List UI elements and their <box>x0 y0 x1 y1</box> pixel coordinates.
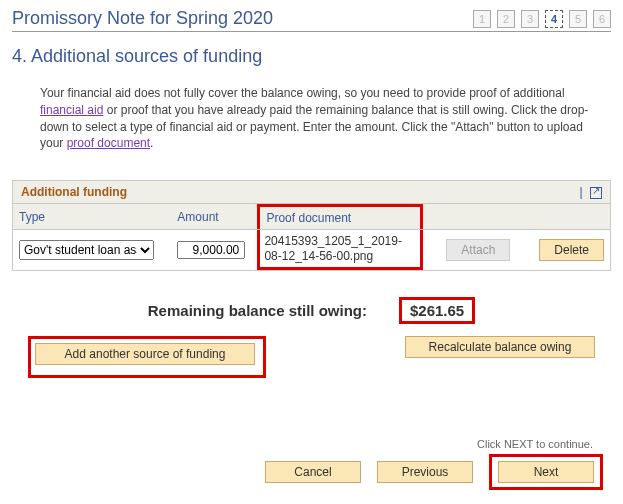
proof-filename: 20415393_1205_1_2019-08-12_14-56-00.png <box>264 234 404 263</box>
amount-input[interactable] <box>177 241 245 259</box>
header: Promissory Note for Spring 2020 1 2 3 4 … <box>12 8 611 32</box>
col-type: Type <box>13 204 171 230</box>
add-funding-button[interactable]: Add another source of funding <box>35 343 255 365</box>
remaining-value: $261.65 <box>399 297 475 324</box>
table-tools[interactable]: | <box>580 185 602 199</box>
table-row: Gov't student loan asses 20415393_1205_1… <box>13 230 610 270</box>
step-5[interactable]: 5 <box>569 10 587 28</box>
nav-row: Cancel Previous Next <box>12 454 611 490</box>
step-2[interactable]: 2 <box>497 10 515 28</box>
table-caption: Additional funding <box>21 185 127 199</box>
step-indicator: 1 2 3 4 5 6 <box>473 10 611 28</box>
step-3[interactable]: 3 <box>521 10 539 28</box>
financial-aid-link[interactable]: financial aid <box>40 103 103 117</box>
step-6[interactable]: 6 <box>593 10 611 28</box>
section-heading: 4. Additional sources of funding <box>12 46 611 67</box>
popout-icon[interactable] <box>590 187 602 199</box>
step-4[interactable]: 4 <box>545 10 563 28</box>
step-1[interactable]: 1 <box>473 10 491 28</box>
intro-text: Your financial aid does not fully cover … <box>40 85 595 152</box>
cancel-button[interactable]: Cancel <box>265 461 361 483</box>
next-button[interactable]: Next <box>498 461 594 483</box>
col-proof: Proof document <box>257 204 423 230</box>
page-title: Promissory Note for Spring 2020 <box>12 8 273 29</box>
attach-button: Attach <box>446 239 510 261</box>
remaining-row: Remaining balance still owing: $261.65 <box>12 297 611 324</box>
previous-button[interactable]: Previous <box>377 461 473 483</box>
delete-button[interactable]: Delete <box>539 239 604 261</box>
action-row: Add another source of funding Recalculat… <box>12 336 611 378</box>
funding-table: Additional funding | Type Amount Proof d… <box>12 180 611 271</box>
remaining-label: Remaining balance still owing: <box>148 302 367 319</box>
recalculate-button[interactable]: Recalculate balance owing <box>405 336 595 358</box>
col-amount: Amount <box>171 204 257 230</box>
proof-document-link[interactable]: proof document <box>67 136 150 150</box>
type-select[interactable]: Gov't student loan asses <box>19 240 154 260</box>
footer-hint: Click NEXT to continue. <box>12 438 611 450</box>
